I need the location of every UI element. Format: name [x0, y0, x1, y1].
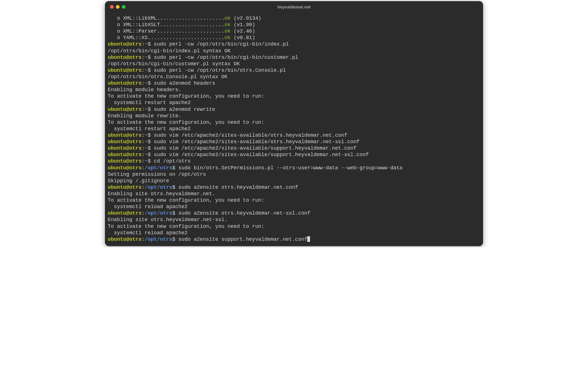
terminal-line: o XML::LibXSLT.....................ok (v… — [108, 22, 480, 28]
prompt-path: ~ — [145, 139, 148, 145]
titlebar[interactable]: heyvaldemar.net — [105, 1, 483, 12]
prompt-user-host: ubuntu@otrs — [108, 107, 142, 112]
prompt-user-host: ubuntu@otrs — [108, 237, 142, 242]
terminal-window: heyvaldemar.net o XML::LibXML...........… — [105, 1, 483, 246]
maximize-icon[interactable] — [122, 5, 125, 9]
prompt-path: /opt/otrs — [145, 237, 172, 242]
prompt-path: ~ — [145, 80, 148, 86]
prompt-path: ~ — [145, 107, 148, 112]
prompt-path: ~ — [145, 145, 148, 151]
terminal-line: ubuntu@otrs:~$ sudo vim /etc/apache2/sit… — [108, 145, 480, 152]
command-text: sudo perl -cw /opt/otrs/bin/cgi-bin/cust… — [154, 55, 298, 60]
traffic-lights — [110, 5, 125, 9]
terminal-line: ubuntu@otrs:~$ sudo vim /etc/apache2/sit… — [108, 139, 480, 145]
terminal-line: o XML::LibXML......................ok (v… — [108, 15, 480, 22]
minimize-icon[interactable] — [116, 5, 120, 9]
terminal-line: ubuntu@otrs:~$ sudo a2enmod rewrite — [108, 106, 480, 113]
terminal-body[interactable]: o XML::LibXML......................ok (v… — [105, 12, 483, 246]
output-line: To activate the new configuration, you n… — [108, 119, 480, 126]
terminal-line: ubuntu@otrs:~$ sudo a2enmod headers — [108, 80, 480, 87]
output-line: systemctl reload apache2 — [108, 230, 480, 236]
command-text: sudo vim /etc/apache2/sites-available/su… — [154, 152, 369, 158]
prompt-user-host: ubuntu@otrs — [108, 165, 142, 171]
prompt-path: ~ — [145, 132, 148, 138]
command-text: sudo vim /etc/apache2/sites-available/ot… — [154, 132, 347, 138]
prompt-path: ~ — [145, 55, 148, 60]
status-ok: ok — [225, 28, 231, 34]
output-line: Enabling site otrs.heyvaldemar.net-ssl. — [108, 217, 480, 223]
prompt-user-host: ubuntu@otrs — [108, 184, 142, 190]
output-line: systemctl restart apache2 — [108, 126, 480, 132]
command-text: sudo a2ensite otrs.heyvaldemar.net.conf — [178, 184, 298, 190]
command-text: sudo a2ensite support.heyvaldemar.net.co… — [178, 237, 307, 242]
prompt-path: ~ — [145, 41, 148, 47]
prompt-user-host: ubuntu@otrs — [108, 152, 142, 158]
terminal-line: ubuntu@otrs:/opt/otrs$ sudo a2ensite otr… — [108, 210, 480, 217]
prompt-user-host: ubuntu@otrs — [108, 210, 142, 216]
prompt-user-host: ubuntu@otrs — [108, 55, 142, 60]
prompt-user-host: ubuntu@otrs — [108, 80, 142, 86]
close-icon[interactable] — [110, 5, 114, 9]
terminal-line: ubuntu@otrs:~$ sudo vim /etc/apache2/sit… — [108, 132, 480, 139]
prompt-path: ~ — [145, 152, 148, 158]
command-text: sudo perl -cw /opt/otrs/bin/otrs.Console… — [154, 68, 286, 73]
command-text: sudo vim /etc/apache2/sites-available/su… — [154, 145, 356, 151]
output-line: /opt/otrs/bin/otrs.Console.pl syntax OK — [108, 74, 480, 80]
window-title: heyvaldemar.net — [105, 4, 483, 9]
terminal-line: ubuntu@otrs:~$ sudo vim /etc/apache2/sit… — [108, 152, 480, 158]
output-line: /opt/otrs/bin/cgi-bin/customer.pl syntax… — [108, 61, 480, 67]
terminal-line: ubuntu@otrs:~$ sudo perl -cw /opt/otrs/b… — [108, 41, 480, 48]
status-ok: ok — [225, 35, 231, 40]
prompt-path: ~ — [145, 68, 148, 73]
prompt-path: /opt/otrs — [145, 184, 172, 190]
prompt-path: /opt/otrs — [145, 210, 172, 216]
status-ok: ok — [225, 15, 231, 21]
prompt-user-host: ubuntu@otrs — [108, 41, 142, 47]
command-text: sudo vim /etc/apache2/sites-available/ot… — [154, 139, 360, 145]
status-ok: ok — [225, 22, 231, 28]
output-line: To activate the new configuration, you n… — [108, 93, 480, 100]
terminal-line: ubuntu@otrs:/opt/otrs$ sudo a2ensite otr… — [108, 184, 480, 191]
command-text: cd /opt/otrs — [154, 158, 191, 164]
output-line: systemctl restart apache2 — [108, 100, 480, 106]
output-line: /opt/otrs/bin/cgi-bin/index.pl syntax OK — [108, 48, 480, 54]
terminal-line: ubuntu@otrs:/opt/otrs$ sudo bin/otrs.Set… — [108, 165, 480, 171]
output-line: Skipping /.gitignore — [108, 178, 480, 184]
terminal-line: ubuntu@otrs:~$ cd /opt/otrs — [108, 158, 480, 165]
command-text: sudo perl -cw /opt/otrs/bin/cgi-bin/inde… — [154, 41, 289, 47]
prompt-user-host: ubuntu@otrs — [108, 139, 142, 145]
cursor-icon — [307, 236, 310, 242]
output-line: Setting permissions on /opt/otrs — [108, 171, 480, 178]
terminal-line: ubuntu@otrs:~$ sudo perl -cw /opt/otrs/b… — [108, 54, 480, 61]
output-line: systemctl reload apache2 — [108, 204, 480, 210]
output-line: To activate the new configuration, you n… — [108, 197, 480, 204]
terminal-line: o XML::Parser......................ok (v… — [108, 28, 480, 35]
prompt-user-host: ubuntu@otrs — [108, 68, 142, 73]
prompt-path: ~ — [145, 158, 148, 164]
prompt-user-host: ubuntu@otrs — [108, 132, 142, 138]
terminal-line: ubuntu@otrs:~$ sudo perl -cw /opt/otrs/b… — [108, 67, 480, 74]
command-text: sudo a2enmod rewrite — [154, 107, 215, 112]
prompt-user-host: ubuntu@otrs — [108, 145, 142, 151]
output-line: Enabling module headers. — [108, 87, 480, 93]
command-text: sudo bin/otrs.SetPermissions.pl --otrs-u… — [178, 165, 403, 171]
prompt-path: /opt/otrs — [145, 165, 172, 171]
command-text: sudo a2ensite otrs.heyvaldemar.net-ssl.c… — [178, 210, 310, 216]
terminal-line: ubuntu@otrs:/opt/otrs$ sudo a2ensite sup… — [108, 236, 480, 243]
output-line: Enabling site otrs.heyvaldemar.net. — [108, 191, 480, 197]
output-line: To activate the new configuration, you n… — [108, 223, 480, 230]
terminal-line: o YAML::XS.........................ok (v… — [108, 35, 480, 41]
prompt-user-host: ubuntu@otrs — [108, 158, 142, 164]
command-text: sudo a2enmod headers — [154, 80, 215, 86]
output-line: Enabling module rewrite. — [108, 113, 480, 119]
